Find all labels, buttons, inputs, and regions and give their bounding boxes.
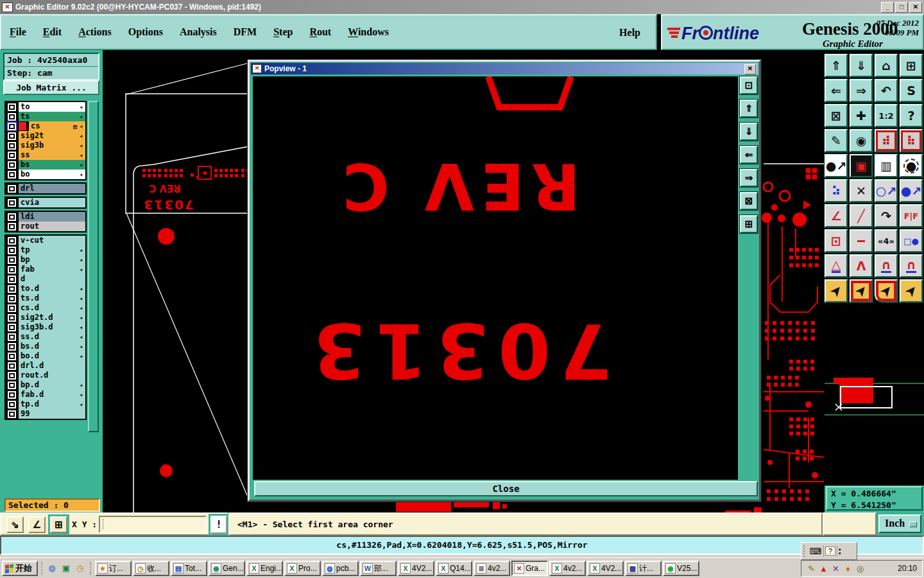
ime-help-icon[interactable]: ?: [825, 547, 835, 556]
layer-checkbox[interactable]: [8, 132, 16, 140]
layer-checkbox[interactable]: [8, 324, 16, 331]
layer-row-ss[interactable]: ss➤: [6, 150, 85, 160]
close-button[interactable]: ✕: [909, 2, 922, 13]
slant-edit-button[interactable]: ╱: [850, 204, 873, 227]
layer-row-to[interactable]: to➤: [6, 102, 85, 112]
taskbar-item-6[interactable]: XPro...: [284, 561, 321, 576]
taskbar-item-15[interactable]: ▦计...: [625, 561, 662, 576]
layer-row-sig2t.d[interactable]: sig2t.d➤: [6, 313, 85, 322]
layer-checkbox[interactable]: [8, 381, 16, 389]
select-polygon-button[interactable]: ➤: [875, 279, 898, 302]
layer-row-fab[interactable]: fab➤: [6, 265, 85, 274]
popview-close-icon[interactable]: ✕: [744, 64, 756, 74]
net-points-button[interactable]: ⠵: [825, 179, 848, 202]
layer-checkbox[interactable]: [8, 256, 16, 264]
tile-views-xy-button[interactable]: ⊞: [900, 54, 923, 77]
layer-checkbox[interactable]: [8, 213, 16, 221]
menu-rout[interactable]: Rout: [301, 24, 339, 40]
help-mode-button[interactable]: ?: [900, 104, 923, 127]
layer-row-rout[interactable]: rout: [6, 222, 85, 231]
job-matrix-button[interactable]: Job Matrix ...: [3, 80, 99, 95]
ie-icon[interactable]: ◍: [46, 563, 58, 574]
layer-checkbox[interactable]: [8, 401, 16, 408]
select-frame-button[interactable]: ➤: [850, 279, 873, 302]
menu-edit[interactable]: Edit: [35, 24, 70, 40]
taskbar-item-9[interactable]: X4V2...: [398, 561, 434, 576]
spacing-value-button[interactable]: «4»: [875, 229, 898, 252]
layer-name[interactable]: drl: [19, 184, 85, 193]
layer-name[interactable]: drl.d: [19, 361, 85, 371]
measure-angle-button[interactable]: ∠: [28, 516, 46, 533]
clearance-b-button[interactable]: Λ: [850, 254, 873, 277]
layer-row-tp.d[interactable]: tp.d➤: [6, 399, 85, 409]
clock-icon[interactable]: ◷: [74, 563, 86, 574]
zoom-ratio-button[interactable]: 1:2: [875, 104, 898, 127]
layer-checkbox[interactable]: [8, 103, 16, 111]
taskbar-item-3[interactable]: ▤Tot...: [171, 561, 207, 576]
layer-checkbox[interactable]: [8, 185, 16, 193]
taskbar-item-2[interactable]: ◷收...: [133, 561, 169, 576]
merge-shapes-button[interactable]: □●: [900, 229, 923, 252]
layer-name[interactable]: tp.d➤: [19, 399, 85, 409]
layer-name[interactable]: cvia: [19, 198, 85, 207]
layer-checkbox[interactable]: [8, 343, 16, 351]
layer-name[interactable]: sig3b.d➤: [19, 322, 85, 332]
taskbar-item-8[interactable]: W部...: [360, 561, 397, 576]
popview-close-button[interactable]: Close: [254, 481, 758, 496]
layer-row-cs[interactable]: cs➤⊞: [6, 121, 85, 131]
layer-row-cs.d[interactable]: cs.d➤: [6, 303, 85, 313]
layer-checkbox[interactable]: [8, 391, 16, 399]
home-view-button[interactable]: ⌂: [875, 54, 898, 77]
layer-checkbox[interactable]: [8, 161, 16, 169]
layer-name[interactable]: sig2t➤: [19, 131, 85, 141]
desktop-icon[interactable]: ▣: [60, 563, 72, 574]
popview-shift-right-button[interactable]: ⇒: [740, 169, 758, 187]
copy-to-button[interactable]: ○↗: [875, 179, 898, 202]
popview-title-bar[interactable]: ✕ Popview - 1 ✕: [251, 63, 758, 74]
layer-name[interactable]: ldi: [19, 212, 85, 222]
orange-pen-icon[interactable]: ♦: [842, 564, 854, 574]
line-width-button[interactable]: ━: [850, 229, 873, 252]
alert-button[interactable]: !: [210, 516, 227, 534]
layer-row-bs.d[interactable]: bs.d➤: [6, 342, 85, 351]
start-button[interactable]: 开始: [2, 561, 38, 576]
layer-name[interactable]: tp➤: [19, 245, 85, 255]
xy-input[interactable]: [99, 516, 207, 533]
view-right-button[interactable]: ⇒: [850, 79, 873, 102]
move-symbol-button[interactable]: ●↗: [825, 154, 848, 177]
popview-pan-button[interactable]: ⊞: [740, 215, 758, 233]
keyboard-icon[interactable]: ⌨: [809, 547, 822, 556]
layer-checkbox[interactable]: [8, 152, 16, 159]
layer-row-rout.d[interactable]: rout.d: [6, 371, 85, 380]
layer-row-ldi[interactable]: ldi: [6, 212, 85, 222]
mirror-button[interactable]: F|F: [900, 204, 923, 227]
layer-row-sig3b[interactable]: sig3b➤: [6, 141, 85, 150]
select-chain-button[interactable]: ➤: [900, 279, 923, 302]
layer-checkbox[interactable]: [8, 247, 16, 254]
grip-handle[interactable]: [90, 562, 93, 575]
layer-name[interactable]: bo➤: [19, 170, 85, 179]
taskbar-item-5[interactable]: XEngi...: [246, 561, 283, 576]
previous-view-button[interactable]: ↶: [875, 79, 898, 102]
select-pad-button[interactable]: ●: [900, 154, 923, 177]
ruler-button[interactable]: ▥: [875, 154, 898, 177]
taskbar-item-16[interactable]: ◉V25...: [663, 561, 699, 576]
layer-name[interactable]: cs.d➤: [19, 303, 85, 313]
menu-help[interactable]: Help: [613, 24, 647, 41]
layer-name[interactable]: fab➤: [19, 265, 85, 274]
layer-checkbox[interactable]: [8, 410, 16, 418]
layer-checkbox[interactable]: [8, 266, 16, 274]
layer-row-drl[interactable]: drl: [6, 184, 85, 193]
layer-checkbox[interactable]: [8, 123, 16, 130]
layer-name[interactable]: ss.d➤: [19, 332, 85, 342]
move-to-button[interactable]: ●↗: [900, 179, 923, 202]
layer-name[interactable]: d: [19, 274, 85, 284]
layer-checkbox[interactable]: [8, 333, 16, 341]
layer-name[interactable]: 99: [19, 409, 85, 419]
popview-shift-left-button[interactable]: ⇐: [740, 146, 758, 164]
layer-name[interactable]: ss➤: [19, 150, 85, 160]
layer-row-bp.d[interactable]: bp.d➤: [6, 380, 85, 390]
resize-pad-button[interactable]: ⊡: [825, 229, 848, 252]
clearance-d-button[interactable]: ∩: [900, 254, 923, 277]
layer-checkbox[interactable]: [8, 295, 16, 302]
